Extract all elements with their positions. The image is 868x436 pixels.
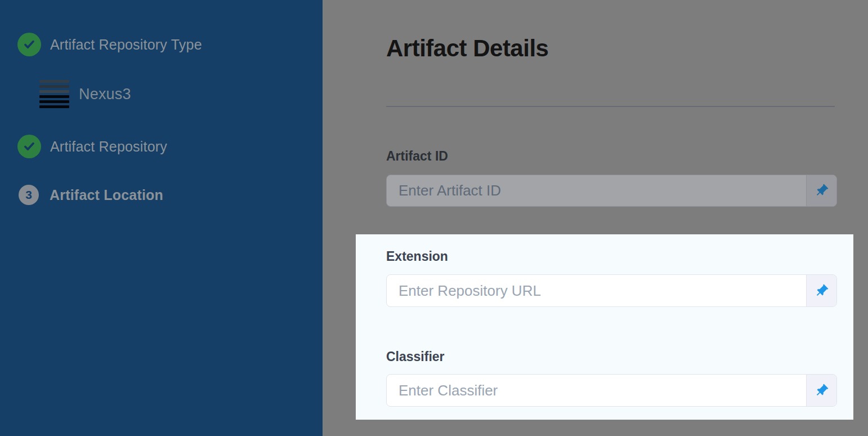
section-divider: [386, 106, 835, 107]
pin-button[interactable]: [806, 375, 836, 406]
artifact-wizard-window: Artifact Repository Type Nexus3 Artifact…: [0, 0, 868, 436]
step-label: Artifact Location: [50, 187, 163, 203]
step-label: Nexus3: [79, 86, 131, 103]
classifier-label: Classifier: [386, 349, 837, 364]
extension-input[interactable]: [387, 275, 806, 306]
step-artifact-repository[interactable]: Artifact Repository: [17, 135, 167, 158]
step-label: Artifact Repository: [50, 139, 167, 155]
step-complete-check-icon: [17, 135, 41, 158]
artifact-id-label: Artifact ID: [386, 149, 837, 163]
pin-icon: [814, 383, 829, 398]
step-number-badge: 3: [19, 185, 39, 205]
extension-field: Extension: [386, 249, 837, 264]
extension-label: Extension: [386, 249, 837, 264]
nexus3-icon: [39, 80, 69, 108]
step-complete-check-icon: [17, 33, 41, 56]
step-artifact-repository-type[interactable]: Artifact Repository Type: [17, 33, 202, 56]
pin-button[interactable]: [806, 175, 836, 206]
artifact-id-input[interactable]: [387, 175, 806, 206]
step-artifact-location[interactable]: 3 Artifact Location: [19, 185, 163, 205]
artifact-id-input-group: [386, 175, 837, 207]
step-label: Artifact Repository Type: [50, 37, 202, 53]
classifier-field: Classifier: [386, 349, 837, 364]
artifact-id-field: Artifact ID: [386, 149, 837, 163]
pin-icon: [814, 283, 829, 299]
classifier-input[interactable]: [387, 375, 806, 406]
artifact-details-panel: Artifact Details Artifact ID Extension: [323, 0, 868, 436]
pin-icon: [814, 183, 829, 198]
extension-input-group: [386, 274, 837, 307]
step-substep-nexus3[interactable]: Nexus3: [39, 80, 131, 108]
pin-button[interactable]: [806, 275, 836, 306]
wizard-steps-sidebar: Artifact Repository Type Nexus3 Artifact…: [0, 0, 323, 436]
classifier-input-group: [386, 374, 837, 407]
page-title: Artifact Details: [386, 35, 548, 62]
